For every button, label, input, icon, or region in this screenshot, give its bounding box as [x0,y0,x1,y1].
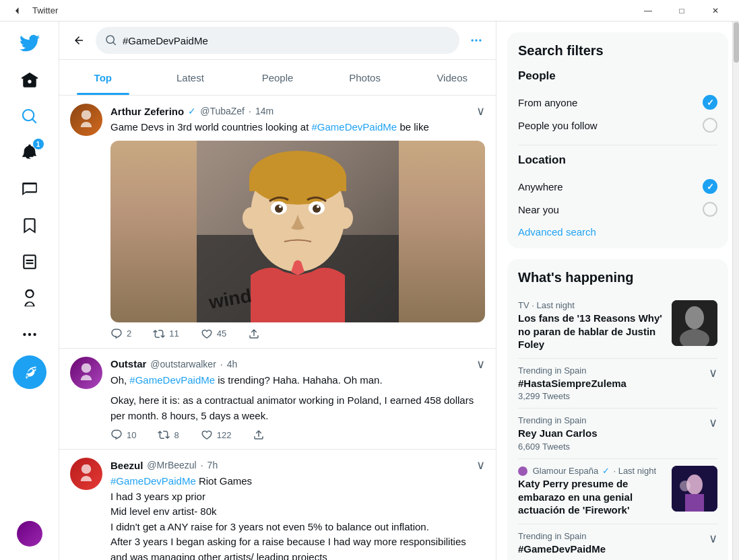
sidebar-item-home[interactable] [13,63,46,97]
svg-point-5 [479,39,481,41]
expand-icon[interactable]: ∨ [709,531,717,546]
tweet-card[interactable]: Outstar @outstarwalker · 4h ∨ Oh, #GameD… [59,349,496,450]
title-bar-controls: — □ ✕ [633,0,731,22]
tab-top[interactable]: Top [59,60,147,95]
sidebar-item-bookmarks[interactable] [13,209,46,242]
trending-item-text: Trending in Spain #HastaSiempreZulema 3,… [518,365,702,402]
title-bar-back-btn[interactable] [8,1,27,20]
close-button[interactable]: ✕ [700,0,731,22]
trending-item[interactable]: Trending in Spain #GameDevPaidMe ∨ [518,524,717,560]
trending-item-meta: Trending in Spain [518,415,702,425]
tweet-author-name: Outstar [110,358,146,370]
like-count: 122 [217,430,232,440]
reply-action[interactable]: 2 [110,328,131,340]
reply-action[interactable]: 10 [110,429,136,441]
trending-item-text: TV · Last night Los fans de '13 Reasons … [518,300,665,351]
sidebar: 1 [0,22,59,560]
like-action[interactable]: 45 [201,328,226,340]
trending-item[interactable]: Glamour España ✓ · Last night Katy Perry… [518,459,717,524]
main-feed: Top Latest People Photos Videos Arthur Z… [59,22,496,560]
right-panel: Search filters People From anyone People… [496,22,739,560]
scrollbar-thumb[interactable] [734,22,739,63]
people-section-title: People [518,69,717,83]
tab-photos[interactable]: Photos [321,60,409,95]
from-anyone-radio[interactable] [703,95,717,110]
trending-item-headline: #GameDevPaidMe [518,542,702,556]
trending-item-headline: Los fans de '13 Reasons Why' no paran de… [518,312,665,351]
hashtag[interactable]: #GameDevPaidMe [311,121,397,133]
sidebar-item-explore[interactable] [13,100,46,133]
search-input[interactable] [123,35,450,46]
sidebar-item-more[interactable] [13,318,46,351]
tab-latest[interactable]: Latest [147,60,234,95]
trending-item[interactable]: Trending in Spain Rey Juan Carlos 6,609 … [518,409,717,459]
expand-icon[interactable]: ∨ [709,365,717,380]
tweet-image: wind [110,141,485,322]
tweet-handle: @MrBeezul [147,460,196,470]
expand-icon[interactable]: ∨ [709,415,717,430]
tweet-more-button[interactable]: ∨ [476,357,485,372]
hashtag[interactable]: #GameDevPaidMe [129,374,215,386]
trending-item-headline: Rey Juan Carlos [518,427,702,440]
filter-anywhere[interactable]: Anywhere [518,175,717,198]
retweet-action[interactable]: 8 [158,429,179,441]
search-input-wrap[interactable] [96,27,459,54]
content-area: Top Latest People Photos Videos Arthur Z… [59,22,739,560]
share-action[interactable] [253,429,265,441]
hashtag[interactable]: #GameDevPaidMe [110,475,196,487]
tweet-time: 7h [207,460,218,470]
search-more-button[interactable] [465,29,488,52]
sidebar-item-profile[interactable] [13,281,46,315]
like-action[interactable]: 122 [201,429,232,441]
svg-point-17 [313,205,321,213]
user-avatar[interactable] [17,521,42,547]
filter-near-you[interactable]: Near you [518,198,717,221]
advanced-search-link[interactable]: Advanced search [518,226,717,238]
compose-tweet-button[interactable] [13,355,46,389]
tabs-row: Top Latest People Photos Videos [59,60,496,96]
trending-item[interactable]: TV · Last night Los fans de '13 Reasons … [518,293,717,359]
sidebar-item-lists[interactable] [13,245,46,279]
svg-point-4 [475,39,477,41]
tweet-author-name: Beezul [110,460,143,471]
svg-point-13 [337,207,353,229]
filter-from-anyone[interactable]: From anyone [518,91,717,114]
maximize-button[interactable]: □ [666,0,697,22]
sidebar-item-messages[interactable] [13,172,46,206]
search-back-button[interactable] [67,29,90,52]
tweet-author-name: Arthur Zeferino [110,106,184,117]
people-you-follow-radio[interactable] [703,118,717,133]
trending-item-meta: Glamour España ✓ · Last night [518,466,665,477]
svg-point-1 [33,333,36,336]
tweet-card[interactable]: Beezul @MrBeezul · 7h ∨ #GameDevPaidMe R… [59,450,496,560]
trending-item[interactable]: Trending in Spain #HastaSiempreZulema 3,… [518,359,717,409]
anywhere-radio[interactable] [703,179,717,194]
notifications-badge: 1 [33,139,44,149]
trending-item-text: Trending in Spain #GameDevPaidMe [518,531,702,556]
tab-people[interactable]: People [234,60,321,95]
tweet-card[interactable]: Arthur Zeferino ✓ @TubaZef · 14m ∨ Game … [59,96,496,349]
search-filters-box: Search filters People From anyone People… [507,32,728,248]
minimize-button[interactable]: — [633,0,664,22]
avatar [70,458,102,490]
title-bar: Twitter — □ ✕ [0,0,739,22]
title-bar-title: Twitter [32,5,633,15]
near-you-radio[interactable] [703,202,717,217]
tab-videos[interactable]: Videos [408,60,496,95]
sidebar-item-notifications[interactable]: 1 [13,136,46,170]
share-action[interactable] [248,328,260,340]
tweet-time: 14m [255,106,274,116]
trending-item-thumb [672,466,717,512]
tweet-more-button[interactable]: ∨ [476,104,485,118]
trending-item-meta: Trending in Spain [518,531,702,541]
filter-people-you-follow[interactable]: People you follow [518,114,717,137]
tweet-more-button[interactable]: ∨ [476,458,485,473]
people-you-follow-label: People you follow [518,120,598,131]
tweet-body: Arthur Zeferino ✓ @TubaZef · 14m ∨ Game … [110,104,485,340]
twitter-logo[interactable] [16,30,43,57]
svg-rect-11 [249,178,346,191]
svg-point-2 [23,333,26,336]
retweet-action[interactable]: 11 [153,328,179,340]
feed-scroll: Arthur Zeferino ✓ @TubaZef · 14m ∨ Game … [59,96,496,560]
trending-item-count: 3,299 Tweets [518,391,702,401]
